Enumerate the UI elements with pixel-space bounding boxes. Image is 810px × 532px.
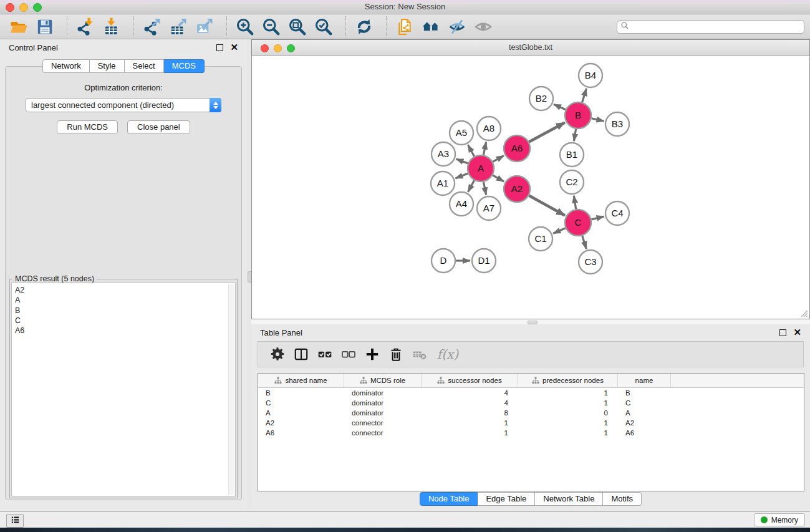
cell[interactable]: 4 [422, 389, 518, 397]
show-task-history-button[interactable] [6, 514, 24, 528]
delete-columns-button[interactable] [387, 346, 405, 363]
search-input[interactable] [631, 21, 804, 32]
float-table-panel-button[interactable] [779, 329, 786, 336]
node-B3[interactable]: B3 [605, 112, 629, 136]
network-canvas[interactable]: B4 B2 B B3 B1 A5 A8 A6 A3 A A1 C2 A4 A7 … [252, 56, 809, 319]
edge-A6-B[interactable] [529, 122, 565, 142]
export-image-button[interactable] [193, 16, 216, 37]
table-tab-network-table[interactable]: Network Table [535, 492, 603, 506]
cell[interactable]: B [618, 389, 671, 397]
show-columns-button[interactable] [292, 346, 310, 363]
create-column-button[interactable] [364, 346, 381, 363]
node-C1[interactable]: C1 [529, 227, 552, 251]
node-D[interactable]: D [432, 249, 455, 273]
zoom-selected-region-button[interactable] [312, 16, 335, 37]
cell[interactable]: C [258, 399, 344, 407]
cell[interactable]: connector [344, 429, 422, 437]
open-session-button[interactable] [7, 16, 30, 37]
cell[interactable]: 1 [422, 419, 518, 427]
edge-A2-C[interactable] [529, 196, 565, 216]
horizontal-splitter[interactable] [251, 319, 810, 324]
cell[interactable]: 0 [518, 409, 618, 417]
node-C2[interactable]: C2 [560, 170, 584, 194]
column-header-name[interactable]: name [618, 374, 671, 387]
table-row-C[interactable]: Cdominator41C [258, 398, 804, 408]
cell[interactable]: 1 [518, 419, 618, 427]
cell[interactable]: 4 [422, 399, 518, 407]
cell[interactable]: A6 [258, 429, 344, 437]
edge-C-C4[interactable] [591, 216, 604, 220]
table-row-A2[interactable]: A2connector11A2 [258, 418, 804, 428]
tab-select[interactable]: Select [125, 59, 164, 73]
new-network-from-file-button[interactable] [393, 16, 416, 37]
zoom-out-button[interactable] [260, 16, 282, 37]
edge-C-C2[interactable] [574, 196, 576, 210]
cell[interactable]: A2 [258, 419, 344, 427]
column-header-successor-nodes[interactable]: successor nodes [422, 374, 518, 387]
edge-B-B1[interactable] [574, 129, 576, 142]
edge-B-B4[interactable] [582, 89, 587, 102]
tab-mcds[interactable]: MCDS [164, 59, 205, 73]
edge-A-A3[interactable] [456, 159, 468, 163]
cell[interactable]: connector [344, 419, 422, 427]
window-resize-grip[interactable] [800, 309, 808, 317]
export-network-button[interactable] [141, 16, 163, 37]
edge-C-C3[interactable] [582, 236, 587, 249]
node-B2[interactable]: B2 [529, 87, 553, 110]
node-A7[interactable]: A7 [477, 196, 501, 220]
cell[interactable]: A [618, 409, 671, 417]
cell[interactable]: 1 [518, 399, 618, 407]
node-A3[interactable]: A3 [432, 142, 455, 166]
zoom-fit-content-button[interactable] [286, 16, 309, 37]
edge-A-A4[interactable] [468, 180, 475, 191]
edge-A-A5[interactable] [468, 145, 475, 156]
optimization-criterion-dropdown[interactable]: largest connected component (directed) [26, 98, 221, 112]
edge-A-A7[interactable] [483, 182, 486, 195]
node-A[interactable]: A [468, 155, 494, 181]
cell[interactable]: dominator [344, 399, 422, 407]
result-item[interactable]: B [15, 306, 235, 316]
tab-style[interactable]: Style [90, 59, 125, 73]
column-header-shared-name[interactable]: shared name [258, 374, 344, 387]
node-A1[interactable]: A1 [431, 172, 455, 195]
edge-C-C1[interactable] [553, 228, 566, 234]
edge-B-B3[interactable] [592, 118, 604, 121]
node-A6[interactable]: A6 [504, 135, 530, 162]
node-D1[interactable]: D1 [472, 249, 496, 273]
table-row-A[interactable]: Adominator80A [258, 408, 804, 418]
cell[interactable]: dominator [344, 409, 422, 417]
cell[interactable]: C [618, 399, 671, 407]
select-all-rows-button[interactable] [316, 346, 334, 363]
result-item[interactable]: C [15, 316, 235, 326]
first-neighbors-button[interactable] [420, 16, 442, 37]
edge-A-A2[interactable] [493, 175, 504, 181]
app-titlebar[interactable]: Session: New Session [0, 0, 810, 14]
tab-network[interactable]: Network [42, 59, 90, 73]
cell[interactable]: 8 [422, 409, 518, 417]
deselect-all-rows-button[interactable] [340, 346, 357, 363]
apply-preferred-layout-button[interactable] [353, 16, 375, 37]
edge-A-A1[interactable] [456, 173, 468, 178]
column-header-MCDS-role[interactable]: MCDS role [344, 374, 422, 387]
save-session-button[interactable] [34, 16, 56, 37]
node-A2[interactable]: A2 [504, 176, 530, 202]
result-item[interactable]: A2 [15, 285, 235, 295]
node-B[interactable]: B [565, 102, 591, 128]
node-C[interactable]: C [565, 210, 591, 236]
hide-graphics-details-button[interactable] [446, 16, 468, 37]
result-scrollbar[interactable] [228, 284, 234, 495]
column-header-predecessor-nodes[interactable]: predecessor nodes [518, 374, 618, 387]
node-A5[interactable]: A5 [450, 121, 473, 145]
node-B4[interactable]: B4 [579, 64, 602, 87]
dropdown-stepper-icon[interactable] [210, 98, 221, 112]
table-row-A6[interactable]: A6connector11A6 [258, 428, 804, 438]
zoom-in-button[interactable] [234, 16, 256, 37]
cell[interactable]: A6 [618, 429, 671, 437]
close-panel-icon[interactable]: ✕ [230, 44, 238, 51]
cell[interactable]: 1 [518, 389, 618, 397]
close-table-panel-icon[interactable]: ✕ [793, 329, 801, 336]
close-panel-button[interactable]: Close panel [127, 120, 190, 134]
cell[interactable]: B [258, 389, 344, 397]
node-A8[interactable]: A8 [477, 117, 501, 140]
search-field[interactable] [617, 20, 804, 34]
